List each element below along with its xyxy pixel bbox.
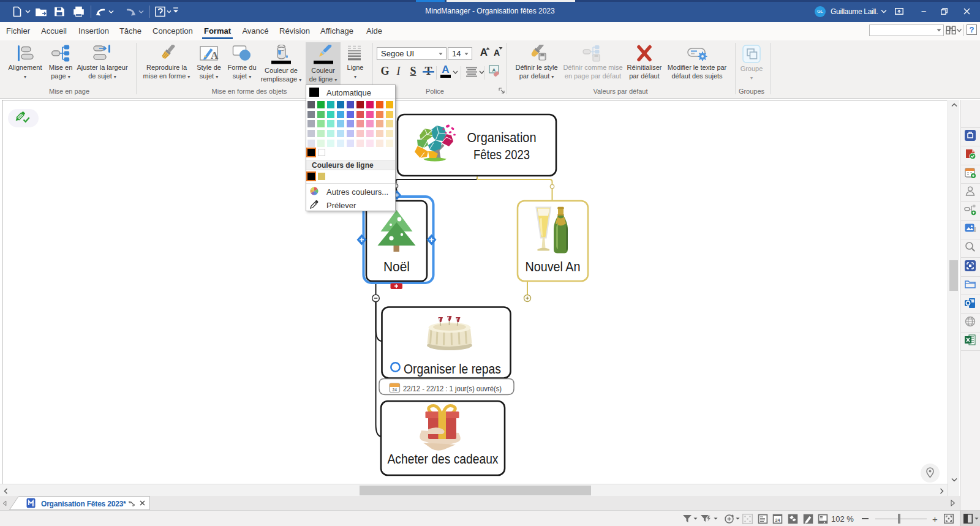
svg-text:Organisation: Organisation — [467, 130, 537, 145]
svg-text:Nouvel An: Nouvel An — [526, 260, 581, 274]
svg-text:A: A — [492, 67, 496, 73]
svg-text:Acheter des cadeaux: Acheter des cadeaux — [388, 452, 499, 467]
svg-text:24: 24 — [393, 388, 398, 392]
svg-text:24: 24 — [775, 518, 780, 522]
svg-text:Noël: Noël — [383, 260, 410, 274]
svg-text:22/12 - 22/12 : 1 jour(s) ouvr: 22/12 - 22/12 : 1 jour(s) ouvré(s) — [403, 384, 502, 393]
svg-text:Fêtes 2023: Fêtes 2023 — [473, 148, 530, 162]
svg-text:Organiser le repas: Organiser le repas — [404, 362, 501, 377]
svg-text:A: A — [211, 50, 219, 61]
